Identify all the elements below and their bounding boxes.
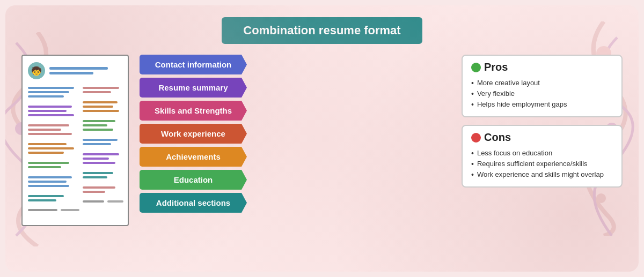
pros-title: Pros (484, 61, 508, 73)
content-area: 🧒 (5, 49, 639, 226)
main-title: Combination resume format (222, 17, 422, 44)
tab-item-summary: Resume summary (140, 78, 451, 98)
avatar: 🧒 (28, 62, 45, 79)
cons-card: Cons Less focus on educationRequires suf… (462, 125, 623, 188)
cons-header: Cons (471, 131, 613, 144)
tab-item-work: Work experience (140, 124, 451, 144)
main-container: Combination resume format 🧒 (5, 5, 639, 272)
tab-item-achievements: Achievements (140, 147, 451, 167)
tab-label-skills[interactable]: Skills and Strengths (140, 101, 247, 121)
pros-list-item: Helps hide employment gaps (471, 99, 613, 110)
tab-item-contact: Contact information (140, 55, 451, 74)
pros-list-item: Very flexible (471, 88, 613, 99)
pros-card: Pros More creative layoutVery flexibleHe… (462, 55, 623, 117)
cons-list: Less focus on educationRequires sufficie… (471, 148, 613, 180)
cons-title: Cons (484, 131, 511, 144)
tabs-section: Contact informationResume summarySkills … (140, 55, 451, 213)
header-line-2 (49, 72, 93, 74)
resume-body (28, 87, 122, 211)
resume-col-right (83, 87, 123, 211)
pros-list: More creative layoutVery flexibleHelps h… (471, 78, 613, 110)
tab-label-education[interactable]: Education (140, 170, 247, 190)
cons-list-item: Work experience and skills might overlap (471, 169, 613, 180)
resume-col-left (28, 87, 79, 211)
pros-header: Pros (471, 61, 613, 73)
pros-dot (471, 63, 481, 72)
pros-cons-section: Pros More creative layoutVery flexibleHe… (462, 55, 623, 188)
cons-list-item: Less focus on education (471, 148, 613, 159)
resume-header: 🧒 (28, 62, 122, 83)
header-line-1 (49, 67, 108, 70)
tab-item-education: Education (140, 170, 451, 190)
header-lines (49, 67, 122, 74)
tab-label-work[interactable]: Work experience (140, 124, 247, 144)
cons-dot (471, 133, 481, 143)
tab-label-additional[interactable]: Additional sections (140, 193, 247, 213)
title-section: Combination resume format (5, 5, 639, 44)
cons-list-item: Requires sufficient experience/skills (471, 159, 613, 169)
pros-list-item: More creative layout (471, 78, 613, 88)
tab-item-additional: Additional sections (140, 193, 451, 213)
tab-label-contact[interactable]: Contact information (140, 55, 247, 74)
tab-label-summary[interactable]: Resume summary (140, 78, 247, 98)
resume-mockup: 🧒 (21, 55, 129, 226)
tab-label-achievements[interactable]: Achievements (140, 147, 247, 167)
tab-item-skills: Skills and Strengths (140, 101, 451, 121)
